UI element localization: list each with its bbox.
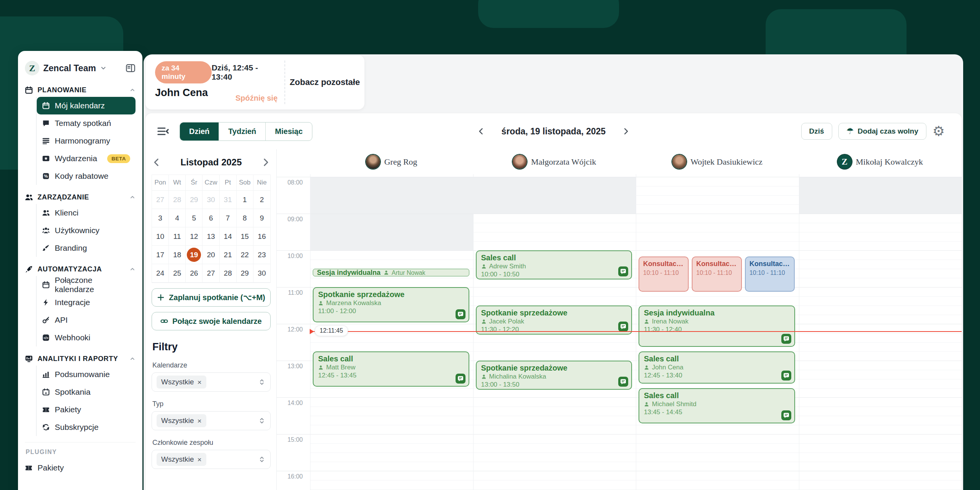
calendar-day[interactable]: 25 bbox=[169, 264, 186, 283]
mini-cal-next-icon[interactable] bbox=[261, 157, 271, 167]
calendar-day[interactable]: 10 bbox=[152, 227, 169, 246]
calendar-day[interactable]: 21 bbox=[220, 246, 237, 264]
sidebar-item-klienci[interactable]: Klienci bbox=[37, 204, 136, 222]
connect-calendars-button[interactable]: Połącz swoje kalendarze bbox=[152, 312, 271, 330]
calendar-day[interactable]: 12 bbox=[186, 227, 203, 246]
sidebar-section-header[interactable]: PLANOWANIE bbox=[25, 83, 136, 97]
filter-select-kalendarze[interactable]: Wszystkie× bbox=[152, 372, 271, 392]
event-card[interactable]: Spotkanie sprzedażoweMichalina Kowalska1… bbox=[476, 361, 632, 390]
sidebar-item-harmonogramy[interactable]: Harmonogramy bbox=[37, 132, 136, 150]
calendar-day[interactable]: 24 bbox=[152, 264, 169, 283]
calendar-day[interactable]: 14 bbox=[220, 227, 237, 246]
prev-day-icon[interactable] bbox=[477, 127, 485, 136]
schedule-meeting-button[interactable]: Zaplanuj spotkanie (⌥+M) bbox=[152, 288, 271, 307]
calendar-day[interactable]: 19 bbox=[186, 246, 203, 264]
calendar-day[interactable]: 29 bbox=[237, 264, 253, 283]
calendar-day[interactable]: 28 bbox=[220, 264, 237, 283]
event-card[interactable]: Sales callMichael Shmitd13:45 - 14:45 bbox=[639, 388, 795, 423]
calendar-day[interactable]: 11 bbox=[169, 227, 186, 246]
calendar-day[interactable]: 29 bbox=[186, 191, 203, 209]
mini-cal-weekday: Wt bbox=[169, 175, 186, 191]
calendar-day[interactable]: 13 bbox=[203, 227, 219, 246]
calendar-day[interactable]: 31 bbox=[220, 191, 237, 209]
next-day-icon[interactable] bbox=[622, 127, 630, 136]
day-grid[interactable]: 08:0009:0010:0011:0012:0013:0014:0015:00… bbox=[277, 174, 962, 490]
select-updown-icon bbox=[258, 417, 266, 425]
sidebar-item-pakiety[interactable]: Pakiety bbox=[25, 459, 136, 476]
mini-cal-prev-icon[interactable] bbox=[152, 157, 162, 167]
collapse-sidebar-icon[interactable] bbox=[126, 63, 136, 73]
late-link[interactable]: Spóźnię się bbox=[235, 94, 278, 103]
sidebar: Z Zencal Team PLANOWANIEMój kalendarzTem… bbox=[18, 51, 142, 490]
view-tab-tydzień[interactable]: Tydzień bbox=[219, 122, 265, 140]
calendar-day[interactable]: 2 bbox=[253, 191, 270, 209]
sidebar-item-u-ytkownicy[interactable]: Użytkownicy bbox=[37, 222, 136, 239]
sidebar-item-kody-rabatowe[interactable]: %Kody rabatowe bbox=[37, 167, 136, 185]
settings-gear-icon[interactable]: ⚙ bbox=[933, 124, 945, 138]
calendar-day[interactable]: 30 bbox=[203, 191, 219, 209]
sidebar-section-header[interactable]: ZARZĄDZANIE bbox=[25, 190, 136, 204]
filter-select-typ[interactable]: Wszystkie× bbox=[152, 411, 271, 430]
event-card[interactable]: Sesja indywidualnaIrena Nowak11:30 - 12:… bbox=[639, 305, 795, 347]
event-card[interactable]: Konsultacja ...10:10 - 11:10 bbox=[692, 256, 742, 292]
chevron-down-icon[interactable] bbox=[100, 65, 107, 72]
calendar-day[interactable]: 4 bbox=[169, 209, 186, 227]
sidebar-item-branding[interactable]: Branding bbox=[37, 239, 136, 257]
collapse-panel-icon[interactable] bbox=[157, 126, 169, 137]
event-card[interactable]: Konsultacja ...10:10 - 11:10 bbox=[745, 256, 795, 292]
calendar-day[interactable]: 27 bbox=[152, 191, 169, 209]
calendar-day[interactable]: 1 bbox=[237, 191, 253, 209]
calendar-day[interactable]: 3 bbox=[152, 209, 169, 227]
event-card[interactable]: Konsultacja ...10:10 - 11:10 bbox=[639, 256, 689, 292]
sidebar-item-wydarzenia[interactable]: WydarzeniaBETA bbox=[37, 150, 136, 167]
calendar-day[interactable]: 28 bbox=[169, 191, 186, 209]
calendar-day[interactable]: 18 bbox=[169, 246, 186, 264]
event-card[interactable]: Spotkanie sprzedażoweMarzena Kowalska11:… bbox=[313, 287, 469, 322]
calendar-day[interactable]: 6 bbox=[203, 209, 219, 227]
calendar-day[interactable]: 26 bbox=[186, 264, 203, 283]
event-card[interactable]: Sesja indywidualnaArtur Nowak bbox=[313, 269, 469, 276]
sidebar-item-spotkania[interactable]: Spotkania bbox=[37, 383, 136, 401]
see-rest-button[interactable]: Zobacz pozostałe bbox=[285, 55, 364, 109]
sidebar-item-m-j-kalendarz[interactable]: Mój kalendarz bbox=[37, 97, 136, 114]
calendar-day[interactable]: 30 bbox=[253, 264, 270, 283]
calendar-day[interactable]: 8 bbox=[237, 209, 253, 227]
calendar-day[interactable]: 9 bbox=[253, 209, 270, 227]
sidebar-item-webhooki[interactable]: </>Webhooki bbox=[37, 329, 136, 346]
calendar-day[interactable]: 7 bbox=[220, 209, 237, 227]
remove-filter-icon[interactable]: × bbox=[198, 379, 202, 386]
event-card[interactable]: Sales callAdrew Smith10:00 - 10:50 bbox=[476, 250, 632, 279]
sidebar-item-po-czone-kalendarze[interactable]: Połączone kalendarze bbox=[37, 276, 136, 294]
event-card[interactable]: Spotkanie sprzedażoweJacek Polak11:30 - … bbox=[476, 305, 632, 335]
mini-cal-week-row: 3456789 bbox=[152, 209, 270, 227]
sidebar-item-podsumowanie[interactable]: Podsumowanie bbox=[37, 366, 136, 383]
sidebar-item-tematy-spotka-[interactable]: Tematy spotkań bbox=[37, 114, 136, 132]
sidebar-item-subskrypcje[interactable]: Subskrypcje bbox=[37, 418, 136, 436]
today-button[interactable]: Dziś bbox=[801, 123, 832, 140]
mini-cal-weekday: Sob bbox=[237, 175, 253, 191]
calendar-day[interactable]: 17 bbox=[152, 246, 169, 264]
calendar-day[interactable]: 22 bbox=[237, 246, 253, 264]
filter-chip-value: Wszystkie bbox=[161, 378, 194, 386]
filter-select-cz-onkowie-zespo-u[interactable]: Wszystkie× bbox=[152, 450, 271, 469]
remove-filter-icon[interactable]: × bbox=[198, 417, 202, 425]
sidebar-item-api[interactable]: API bbox=[37, 311, 136, 329]
remove-filter-icon[interactable]: × bbox=[198, 456, 202, 463]
calendar-day[interactable]: 27 bbox=[203, 264, 219, 283]
sidebar-section-header[interactable]: AUTOMATYZACJA bbox=[25, 262, 136, 276]
calendar-day[interactable]: 23 bbox=[253, 246, 270, 264]
event-card[interactable]: Sales callMatt Brew12:45 - 13:45 bbox=[313, 351, 469, 387]
team-switcher[interactable]: Z Zencal Team bbox=[25, 59, 136, 78]
calendar-day[interactable]: 5 bbox=[186, 209, 203, 227]
chat-bubble-icon bbox=[456, 374, 466, 384]
sidebar-section-header[interactable]: ANALITYKI I RAPORTY bbox=[25, 352, 136, 366]
calendar-day[interactable]: 15 bbox=[237, 227, 253, 246]
sidebar-item-integracje[interactable]: Integracje bbox=[37, 294, 136, 311]
add-free-time-button[interactable]: ☂ Dodaj czas wolny bbox=[838, 123, 926, 140]
sidebar-item-pakiety[interactable]: Pakiety bbox=[37, 401, 136, 418]
view-tab-dzień[interactable]: Dzień bbox=[180, 122, 219, 140]
view-tab-miesiąc[interactable]: Miesiąc bbox=[265, 122, 312, 140]
calendar-day[interactable]: 20 bbox=[203, 246, 219, 264]
calendar-day[interactable]: 16 bbox=[253, 227, 270, 246]
event-card[interactable]: Sales callJohn Cena12:45 - 13:40 bbox=[639, 351, 795, 384]
